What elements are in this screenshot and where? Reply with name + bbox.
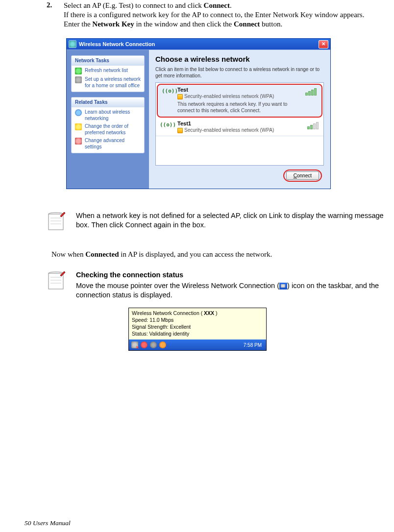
step-number: 2. (47, 1, 64, 28)
text: Enter the (64, 20, 92, 28)
note-1: When a network key is not defined for a … (47, 211, 390, 233)
network-item-test[interactable]: Test Security-enabled wireless network (… (157, 84, 322, 118)
tooltip-line: Signal Strength: Excellent (132, 324, 191, 330)
task-label: Set up a wireless network for a home or … (85, 76, 141, 89)
text-bold: Connect (204, 1, 230, 9)
task-label: Change the order of preferred networks (85, 123, 141, 136)
tooltip-line: ) (214, 310, 217, 316)
task-label: Refresh network list (85, 68, 128, 74)
tray-clock: 7:58 PM (244, 342, 264, 348)
change-order-preferred[interactable]: Change the order of preferred networks (72, 121, 144, 136)
tooltip-line: Wireless Network Connection ( (132, 310, 204, 316)
left-pane: Network Tasks Refresh network list Set u… (67, 50, 149, 189)
star-icon (75, 123, 82, 130)
tooltip-ssid: XXX (204, 310, 214, 316)
text-bold: Network Key (92, 20, 134, 28)
text: . (230, 1, 232, 9)
tray-icon[interactable] (150, 341, 157, 348)
taskbox-heading: Network Tasks (72, 56, 144, 66)
text: in AP is displayed, and you can access t… (119, 250, 272, 258)
network-description: This network requires a network key. If … (177, 99, 305, 114)
network-item-test1[interactable]: Test1 Security-enabled wireless network … (156, 119, 323, 136)
system-tray: 7:58 PM (129, 339, 266, 350)
related-tasks-box: Related Tasks Learn about wireless netwo… (71, 97, 145, 153)
note-text: Checking the connection status Move the … (76, 270, 390, 300)
taskbox-heading: Related Tasks (72, 97, 144, 107)
close-button[interactable]: ✕ (319, 40, 328, 48)
connect-highlight-oval: Connect (283, 169, 322, 182)
pane-heading: Choose a wireless network (155, 55, 324, 66)
text: button. (260, 20, 282, 28)
tooltip-line: Speed: 11.0 Mbps (132, 317, 173, 323)
connect-button[interactable]: Connect (286, 171, 319, 180)
text: If there is a configured network key for… (64, 11, 364, 19)
refresh-icon (75, 68, 82, 74)
network-tray-icon[interactable] (131, 341, 138, 348)
wireless-tray-icon (279, 283, 287, 290)
text-bold: Connected (85, 250, 119, 258)
note-2: Checking the connection status Move the … (47, 270, 390, 300)
text: Move the mouse pointer over the Wireless… (76, 282, 279, 290)
wireless-icon (69, 40, 76, 48)
learn-wireless[interactable]: Learn about wireless networking (72, 107, 144, 121)
refresh-network-list[interactable]: Refresh network list (72, 66, 144, 74)
tray-icon[interactable] (159, 341, 166, 348)
gear-icon (75, 138, 82, 145)
text: Now when (51, 250, 85, 258)
text: Select an AP (E.g. Test) to connect to a… (64, 1, 204, 9)
task-label: Change advanced settings (85, 138, 141, 150)
ati-tray-icon[interactable] (141, 341, 148, 348)
wireless-dialog-screenshot: Wireless Network Connection ✕ Network Ta… (66, 38, 331, 189)
right-pane: Choose a wireless network Click an item … (149, 50, 330, 189)
network-tasks-box: Network Tasks Refresh network list Set u… (71, 55, 145, 92)
network-name: Test1 (177, 121, 320, 127)
antenna-icon (75, 76, 82, 83)
connect-row: Connect (155, 166, 324, 184)
tooltip-screenshot: Wireless Network Connection ( XXX ) Spee… (128, 308, 267, 351)
info-icon (75, 109, 82, 116)
tooltip-line: Status: Validating identity (132, 331, 189, 337)
tooltip-body: Wireless Network Connection ( XXX ) Spee… (129, 308, 266, 340)
note-text: When a network key is not defined for a … (76, 211, 390, 230)
window-title: Wireless Network Connection (79, 41, 155, 47)
step-2: 2. Select an AP (E.g. Test) to connect t… (47, 1, 390, 28)
note-heading: Checking the connection status (76, 270, 390, 280)
change-advanced-settings[interactable]: Change advanced settings (72, 136, 144, 150)
text-bold: Connect (234, 20, 260, 28)
network-name: Test (177, 87, 318, 94)
network-list: Test Security-enabled wireless network (… (155, 82, 324, 166)
pane-subtext: Click an item in the list below to conne… (155, 66, 324, 82)
step-text: Select an AP (E.g. Test) to connect to a… (64, 1, 390, 28)
text: in the window and then click the (134, 20, 234, 28)
setup-wireless-network[interactable]: Set up a wireless network for a home or … (72, 74, 144, 89)
wifi-icon (162, 88, 175, 98)
task-label: Learn about wireless networking (85, 109, 141, 121)
connected-line: Now when Connected in AP is displayed, a… (51, 250, 390, 259)
memo-icon (47, 270, 66, 292)
network-security: Security-enabled wireless network (WPA) (177, 127, 320, 133)
wifi-icon (160, 121, 173, 132)
memo-icon (47, 211, 66, 233)
network-security: Security-enabled wireless network (WPA) (177, 94, 318, 99)
titlebar: Wireless Network Connection ✕ (67, 39, 330, 49)
